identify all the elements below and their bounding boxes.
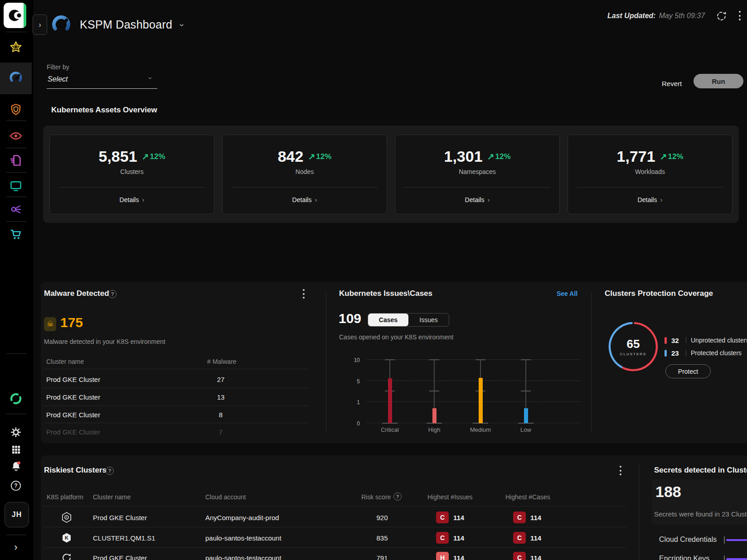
riskiest-help-icon[interactable]: ? [106,467,114,475]
malware-col-cluster: Cluster name [46,358,84,365]
sidebar-item-connections[interactable] [0,198,32,220]
stat-card-nodes: 842 ↗12% Nodes Details› [222,135,387,214]
divider [44,547,626,548]
risk-score-help-icon[interactable]: ? [393,492,402,501]
divider [44,388,308,388]
svg-text:?: ? [14,483,17,489]
malware-row-cluster[interactable]: Prod GKE Cluster [46,428,100,436]
stat-card-clusters: 5,851 ↗12% Clusters Details› [49,135,214,214]
col-k8s-platform: K8S platform [47,493,83,501]
divider [404,187,550,188]
x-tick-label: High [416,426,452,433]
namespaces-details-link[interactable]: Details› [395,196,559,203]
riskiest-row-score: 920 [363,514,402,521]
dashboard-switcher-chevron[interactable]: › [180,20,183,30]
malware-kebab-menu[interactable] [303,288,305,299]
brand-logo-icon [4,3,26,28]
svg-text:K: K [65,535,68,541]
sidebar-item-platform[interactable] [0,388,32,410]
unprotected-label: Unprotected clusters [691,337,747,344]
divider [6,197,26,197]
cases-chart-y-axis: 01510 [341,360,363,423]
malware-row-cluster[interactable]: Prod GKE Cluster [46,376,100,383]
see-all-link[interactable]: See All [557,290,577,297]
divider [44,423,308,423]
malware-row-cluster[interactable]: Prod GKE Cluster [46,411,100,419]
nodes-details-link[interactable]: Details› [223,196,387,203]
trend-up-icon: ↗ [487,151,495,162]
chevron-down-icon: › [150,74,152,82]
secrets-count: 188 [655,483,681,501]
malware-row-count: 7 [195,428,247,436]
severity-bar-critical[interactable] [388,378,392,423]
severity-bar-low[interactable] [524,408,528,423]
protected-pill-icon [665,350,667,357]
refresh-icon [715,10,728,22]
header-kebab-menu[interactable] [739,10,741,21]
divider [591,292,592,433]
revert-button[interactable]: Revert [658,78,685,89]
secret-type-label: Encription Keys [659,555,709,560]
kspm-dashboard-page: ? JH › › KSPM Dashboard › Last Updated: … [0,0,747,560]
divider [6,172,26,173]
sidebar-item-security[interactable] [0,99,32,121]
col-risk-score: Risk score [361,493,391,501]
sidebar-item-reports[interactable] [0,150,32,171]
malware-help-icon[interactable]: ? [108,290,116,298]
trend-up-icon: ↗ [142,151,149,162]
brand-logo-accent [24,3,26,28]
chart-gridline [367,401,580,402]
star-icon [9,40,23,54]
protect-button[interactable]: Protect [665,364,711,378]
trend-up-icon: ↗ [308,151,315,162]
y-tick-label: 10 [342,357,360,363]
malware-title: Malware Detected [44,289,109,298]
malware-count: 175 [60,315,83,330]
sidebar-item-kspm-active[interactable] [0,63,32,94]
workloads-details-link[interactable]: Details› [568,196,732,203]
clusters-details-link[interactable]: Details› [50,196,214,203]
sidebar-expand-arrow[interactable]: › [0,539,32,555]
toggle-issues[interactable]: Issues [408,314,449,326]
sidebar-item-notifications[interactable] [0,455,32,477]
sidebar-item-visibility[interactable] [0,125,32,147]
issues-severity-badge: C [436,532,449,544]
issues-severity-badge: C [436,512,449,523]
sidebar-item-help[interactable]: ? [0,475,32,497]
nodes-trend: ↗12% [308,151,331,162]
sidebar-item-favorites[interactable] [0,36,32,58]
help-icon: ? [10,480,22,492]
cases-severity-badge: C [513,532,526,544]
collapse-panel-button[interactable]: › [33,14,47,35]
riskiest-row-cluster[interactable]: Prod GKE Cluster [93,514,147,521]
malware-row-cluster[interactable]: Prod GKE Cluster [46,393,100,401]
riskiest-kebab-menu[interactable] [620,465,621,476]
clusters-count: 5,851 [98,148,137,165]
trend-up-icon: ↗ [660,151,667,162]
gauge-icon [9,72,23,85]
sidebar-item-workloads[interactable] [0,175,32,197]
filter-select[interactable]: Select › [47,73,157,89]
toggle-cases[interactable]: Cases [368,314,408,326]
avatar[interactable]: JH [5,502,29,527]
brand-logo[interactable] [4,3,26,28]
riskiest-row-cluster[interactable]: Prod GKE Cluster [93,554,147,560]
issues-severity-badge: H [436,552,449,560]
whisker-cap [521,359,531,360]
sidebar-item-marketplace[interactable] [0,223,32,245]
refresh-button[interactable] [713,8,729,24]
kspm-gauge-icon [51,15,72,35]
divider [686,337,686,343]
severity-bar-medium[interactable] [479,378,483,423]
malware-row-count: 27 [195,376,247,383]
y-tick-label: 0 [342,420,360,427]
riskiest-row-cluster[interactable]: CLUSTER1.QM1.S1 [93,534,155,542]
document-icon [9,154,23,167]
severity-bar-high[interactable] [432,408,437,423]
run-button[interactable]: Run [694,74,743,88]
filter-select-value: Select [48,75,68,83]
last-updated-label: Last Updated: [607,12,656,20]
issues-count: 114 [453,554,464,560]
divider [6,121,26,121]
riskiest-row-account: paulo-santos-testaccount [205,534,281,542]
